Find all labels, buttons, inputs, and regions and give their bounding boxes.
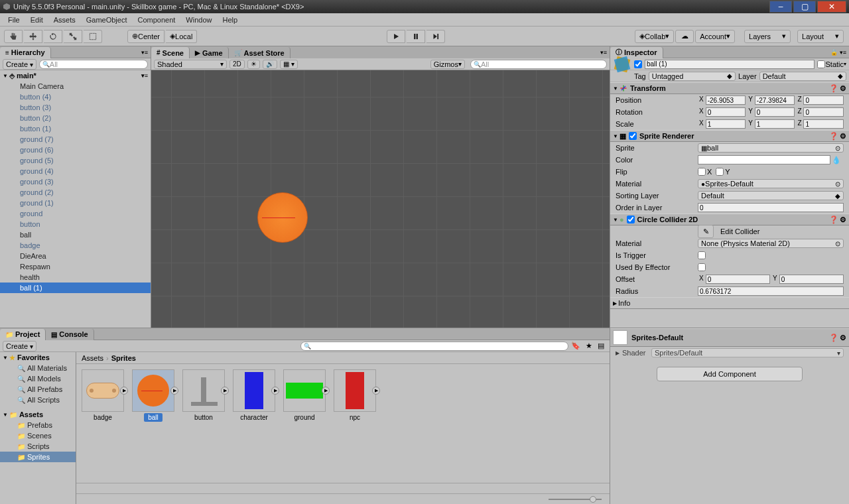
hierarchy-item[interactable]: button [0, 219, 151, 229]
hierarchy-item[interactable]: ball (1) [0, 283, 151, 293]
play-button[interactable] [387, 30, 405, 43]
expand-icon[interactable]: ▶ [271, 387, 279, 395]
step-button[interactable] [426, 30, 445, 43]
hierarchy-item[interactable]: ground (7) [0, 134, 151, 145]
hierarchy-create-dropdown[interactable]: Create ▾ [3, 59, 36, 70]
lighting-toggle[interactable]: ☀ [247, 60, 260, 69]
collider-enabled[interactable] [627, 216, 635, 223]
rotation-y[interactable] [755, 107, 795, 117]
assets-header[interactable]: ▼📁Assets [0, 409, 76, 420]
scene-search[interactable]: 🔍All [470, 60, 607, 69]
sprite-field[interactable]: ▦ ball⊙ [698, 143, 844, 153]
coll-material-field[interactable]: None (Physics Material 2D)⊙ [698, 239, 844, 248]
expand-icon[interactable]: ▶ [322, 387, 330, 395]
project-create-dropdown[interactable]: Create ▾ [3, 341, 36, 351]
layout-dropdown[interactable]: Layout ▾ [797, 30, 844, 43]
gear-icon[interactable]: ⚙ [840, 334, 846, 342]
hierarchy-item[interactable]: health [0, 272, 151, 283]
collab-dropdown[interactable]: ◈ Collab ▾ [635, 30, 674, 43]
hierarchy-item[interactable]: button (3) [0, 102, 151, 113]
is-trigger-checkbox[interactable] [698, 251, 706, 259]
hierarchy-search[interactable]: 🔍All [39, 60, 148, 69]
scene-canvas[interactable] [151, 70, 610, 328]
sprite-renderer-header[interactable]: ▼▦Sprite Renderer❓⚙ [610, 130, 849, 142]
menu-window[interactable]: Window [186, 16, 212, 24]
inspector-lock-icon[interactable]: 🔒 ▾≡ [830, 49, 846, 56]
folder-scenes[interactable]: 📁Scenes [0, 430, 76, 441]
menu-gameobject[interactable]: GameObject [86, 16, 127, 24]
project-search[interactable]: 🔍 [300, 342, 568, 351]
sprite-thumb[interactable]: ▶badge [82, 369, 124, 477]
hierarchy-item[interactable]: ground (2) [0, 187, 151, 198]
fav-all-models[interactable]: 🔍All Models [0, 373, 76, 384]
sprite-thumb[interactable]: ▶ground [283, 369, 326, 477]
scene-tab[interactable]: #Scene [151, 47, 190, 58]
info-foldout[interactable]: ▶Info [610, 297, 849, 309]
thumbnail-size-slider[interactable] [76, 493, 610, 504]
2d-toggle[interactable]: 2D [229, 60, 245, 69]
folder-sprites[interactable]: 📁Sprites [0, 452, 76, 462]
fx-toggle[interactable]: ▦ ▾ [280, 60, 298, 69]
hierarchy-item[interactable]: badge [0, 240, 151, 251]
sprite-thumb[interactable]: ▶button [182, 369, 225, 477]
cloud-button[interactable]: ☁ [675, 30, 694, 43]
scale-x[interactable] [706, 119, 746, 129]
help-icon[interactable]: ❓ [829, 132, 838, 141]
menu-component[interactable]: Component [137, 16, 175, 24]
pivot-local-toggle[interactable]: ◈ Local [166, 30, 197, 43]
hierarchy-item[interactable]: ground (3) [0, 176, 151, 187]
rect-tool[interactable] [84, 30, 102, 43]
scene-menu-icon[interactable]: ▾≡ [141, 72, 148, 79]
menu-file[interactable]: File [8, 16, 20, 24]
hierarchy-item[interactable]: ball [0, 229, 151, 240]
sprite-thumb[interactable]: ▶npc [334, 369, 376, 477]
account-dropdown[interactable]: Account ▾ [695, 30, 735, 43]
help-icon[interactable]: ❓ [829, 334, 838, 342]
game-tab[interactable]: ▶Game [190, 47, 229, 58]
used-by-effector-checkbox[interactable] [698, 263, 706, 271]
layers-dropdown[interactable]: Layers ▾ [744, 30, 791, 43]
ball-sprite[interactable] [257, 192, 308, 243]
expand-icon[interactable]: ▶ [120, 387, 128, 395]
rotate-tool[interactable] [44, 30, 62, 43]
folder-scripts[interactable]: 📁Scripts [0, 441, 76, 452]
pivot-center-toggle[interactable]: ⊕ Center [127, 30, 164, 43]
rotation-x[interactable] [706, 107, 746, 117]
favorites-header[interactable]: ▼★Favorites [0, 352, 76, 363]
transform-header[interactable]: ▼Transform❓⚙ [610, 82, 849, 94]
audio-toggle[interactable]: 🔊 [263, 60, 277, 69]
sprite-thumb[interactable]: ▶character [233, 369, 275, 477]
shading-mode-dropdown[interactable]: Shaded▾ [154, 60, 227, 69]
scale-y[interactable] [755, 119, 795, 129]
hierarchy-tab[interactable]: ≡Hierarchy [0, 47, 51, 58]
help-icon[interactable]: ❓ [829, 216, 838, 224]
position-y[interactable] [755, 95, 795, 105]
save-icon[interactable]: ▤ [598, 342, 604, 350]
breadcrumb-sprites[interactable]: Sprites [111, 354, 136, 362]
hierarchy-item[interactable]: button (1) [0, 123, 151, 134]
add-component-button[interactable]: Add Component [657, 367, 803, 381]
static-checkbox[interactable] [817, 60, 825, 68]
hierarchy-item[interactable]: button (2) [0, 113, 151, 123]
asset-store-tab[interactable]: 🛒Asset Store [229, 47, 291, 58]
hierarchy-item[interactable]: ground (4) [0, 166, 151, 176]
material-preview-header[interactable]: Sprites-Default❓⚙ [610, 328, 849, 347]
project-tab[interactable]: 📁Project [0, 329, 46, 340]
expand-icon[interactable]: ▶ [372, 387, 380, 395]
move-tool[interactable] [24, 30, 42, 43]
sorting-layer-dropdown[interactable]: Default◆ [698, 191, 844, 200]
gameobject-name-field[interactable] [645, 60, 815, 69]
menu-help[interactable]: Help [222, 16, 237, 24]
menu-assets[interactable]: Assets [54, 16, 76, 24]
fav-all-materials[interactable]: 🔍All Materials [0, 363, 76, 373]
sprite-thumb[interactable]: ▶ball [132, 369, 174, 477]
minimize-button[interactable]: – [769, 1, 792, 13]
fav-all-prefabs[interactable]: 🔍All Prefabs [0, 384, 76, 395]
panel-menu-icon[interactable]: ▾≡ [141, 49, 148, 56]
color-field[interactable] [698, 155, 830, 164]
collider-header[interactable]: ▼●Circle Collider 2D❓⚙ [610, 214, 849, 225]
rotation-z[interactable] [803, 107, 844, 117]
flip-y-checkbox[interactable] [716, 168, 724, 176]
hierarchy-item[interactable]: button (4) [0, 92, 151, 102]
scale-tool[interactable] [64, 30, 82, 43]
